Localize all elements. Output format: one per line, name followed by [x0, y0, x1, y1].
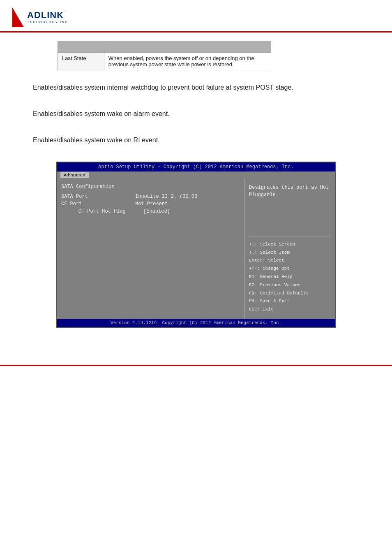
bios-key-enter-select: Enter: Select [249, 257, 331, 265]
logo-subtitle-text: TECHNOLOGY INC. [27, 21, 70, 24]
bios-key-select-screen: ↑↓: Select Screen [249, 241, 331, 249]
bios-tab-advanced[interactable]: Advanced [60, 172, 89, 178]
table-header-col1 [58, 41, 104, 53]
paragraph-wake-alarm: Enables/disables system wake on alarm ev… [33, 109, 359, 119]
bios-screen: Aptio Setup Utility – Copyright (C) 2012… [56, 162, 336, 328]
bios-key-help: ↑↓: Select Screen ↑↓: Select Item Enter:… [249, 241, 331, 314]
bios-footer: Version 2.14.1219. Copyright (C) 2012 Am… [57, 319, 335, 327]
bios-key-change-opt: +/-: Change Opt. [249, 265, 331, 273]
logo: ADLINK TECHNOLOGY INC. [12, 7, 70, 27]
header: ADLINK TECHNOLOGY INC. [0, 0, 392, 31]
bios-key-f1: F1: General Help [249, 273, 331, 281]
bios-key-help-section: ↑↓: Select Screen ↑↓: Select Item Enter:… [249, 232, 331, 314]
logo-text: ADLINK TECHNOLOGY INC. [27, 11, 70, 24]
bios-item-value-sata-port: InnoLite II 2. (32.0B [135, 194, 197, 199]
bios-item-label-sata-port: SATA Port [61, 194, 135, 199]
bios-left-panel: SATA Configuration SATA Port InnoLite II… [57, 179, 244, 319]
bios-item-cf-hot-plug: CF Port Hot Plug [Enabled] [69, 208, 240, 214]
bios-item-cf-port: CF Port Not Present [61, 201, 240, 207]
table-row: Last State When enabled, powers the syst… [58, 53, 271, 70]
paragraph-watchdog: Enables/disables system internal watchdo… [33, 83, 359, 93]
bios-footer-text: Version 2.14.1219. Copyright (C) 2012 Am… [111, 320, 281, 325]
table-header-row [58, 41, 271, 53]
bios-body: SATA Configuration SATA Port InnoLite II… [57, 179, 335, 319]
logo-triangle-icon [12, 7, 24, 27]
paragraph-wake-ri: Enables/disables system wake on RI event… [33, 135, 359, 145]
bios-help-text: Designates this port as Hot Pluggable. [249, 184, 331, 199]
bios-item-label-cf-hot-plug: CF Port Hot Plug [69, 208, 143, 214]
bios-section-title: SATA Configuration [61, 184, 240, 190]
bios-title-text: Aptio Setup Utility – Copyright (C) 2012… [98, 164, 293, 170]
bottom-divider [0, 365, 392, 366]
bios-key-esc: ESC: Exit [249, 306, 331, 314]
bios-divider [249, 236, 331, 236]
bios-right-panel: Designates this port as Hot Pluggable. ↑… [244, 179, 335, 319]
table-cell-desc: When enabled, powers the system off or o… [104, 53, 271, 70]
bios-item-value-cf-port: Not Present [135, 201, 168, 207]
info-table: Last State When enabled, powers the syst… [58, 41, 271, 70]
bios-help-text-content: Designates this port as Hot Pluggable. [249, 185, 329, 198]
bios-key-f2: F2: Previous Values [249, 281, 331, 290]
bios-tab-bar: Advanced [57, 171, 335, 179]
bios-key-f9: F9: Optimized Defaults [249, 290, 331, 298]
bios-item-sata-port: SATA Port InnoLite II 2. (32.0B [61, 194, 240, 199]
table-header-col2 [104, 41, 271, 53]
logo-adlink-text: ADLINK [27, 11, 70, 20]
bios-key-f4: F4: Save & Exit [249, 297, 331, 306]
bios-item-label-cf-port: CF Port [61, 201, 135, 207]
table-cell-label: Last State [58, 53, 104, 70]
main-content: Last State When enabled, powers the syst… [0, 32, 392, 348]
bios-key-select-item: ↑↓: Select Item [249, 249, 331, 257]
bios-title-bar: Aptio Setup Utility – Copyright (C) 2012… [57, 162, 335, 171]
bios-item-value-cf-hot-plug: [Enabled] [143, 208, 170, 214]
